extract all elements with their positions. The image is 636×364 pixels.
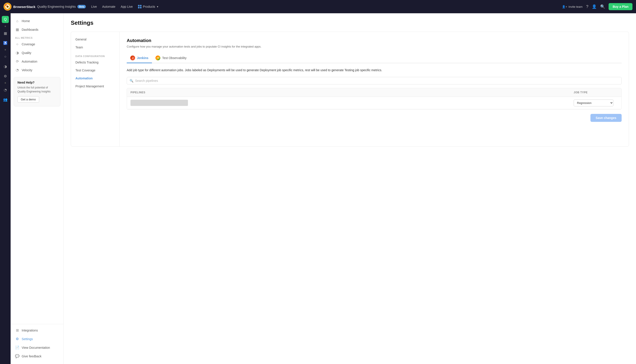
settings-sidebar: General Team Data configuration Defects … [71, 32, 120, 146]
svg-point-5 [8, 8, 10, 8]
rail-item-circle[interactable]: ○ [2, 53, 9, 60]
search-icon[interactable]: 🔍 [600, 4, 605, 9]
settings-nav-project-mgmt[interactable]: Project Management [71, 82, 120, 90]
nav-automate[interactable]: Automate [102, 5, 116, 8]
integrations-icon: ⊞ [15, 328, 20, 332]
sidebar-item-quality[interactable]: ◑ Quality [10, 48, 64, 57]
sidebar-bottom: ⊞ Integrations ⚙ Settings 📄 View Documen… [10, 324, 64, 360]
sidebar-item-quality-label: Quality [22, 51, 32, 54]
settings-data-config-label: Data configuration [71, 51, 120, 58]
sidebar-item-dashboards[interactable]: ▦ Dashboards [10, 25, 64, 34]
docs-icon: 📄 [15, 346, 20, 350]
automation-body-desc: Add job type for different automation jo… [127, 68, 622, 72]
sidebar-item-integrations-label: Integrations [22, 328, 38, 332]
save-changes-row: Save changes [127, 114, 622, 122]
rail-item-team[interactable]: 👥 [2, 96, 9, 103]
sidebar-item-settings[interactable]: ⚙ Settings [10, 334, 64, 343]
sidebar: ⌂ Home ▦ Dashboards All metrics ○ Covera… [10, 13, 64, 364]
settings-nav-automation[interactable]: Automation [71, 74, 120, 82]
settings-nav-general[interactable]: General [71, 36, 120, 43]
main-content: Settings General Team Data configuration… [64, 13, 636, 364]
page-title: Settings [71, 20, 629, 26]
sidebar-item-view-docs[interactable]: 📄 View Documentation [10, 343, 64, 352]
sidebar-item-integrations[interactable]: ⊞ Integrations [10, 326, 64, 334]
feedback-icon: 💬 [15, 354, 20, 358]
get-demo-button[interactable]: Get a demo [18, 96, 39, 102]
rail-dot-2 [5, 49, 6, 50]
rail-dot [5, 26, 6, 27]
settings-content: Automation Configure how you manage your… [120, 32, 629, 146]
rail-item-settings[interactable]: ⚙ [2, 72, 9, 80]
settings-nav-test-coverage[interactable]: Test Coverage [71, 66, 120, 74]
buy-plan-button[interactable]: Buy a Plan [608, 3, 632, 10]
pipelines-column-header: PIPELINES [130, 91, 574, 94]
rail-item-app[interactable]: Q [2, 16, 9, 23]
settings-nav-defects[interactable]: Defects Tracking [71, 58, 120, 66]
svg-point-3 [7, 6, 8, 7]
logo[interactable]: BrowserStack Quality Engineering Insight… [4, 3, 86, 10]
rail-dot-3 [5, 82, 6, 84]
sidebar-item-settings-label: Settings [22, 337, 33, 341]
test-observability-avatar: TO [156, 56, 160, 60]
products-grid-icon [138, 5, 142, 8]
sidebar-item-home[interactable]: ⌂ Home [10, 17, 64, 25]
settings-nav-team[interactable]: Team [71, 43, 120, 51]
pipeline-name-placeholder [130, 100, 188, 106]
pipeline-table: PIPELINES JOB TYPE Regression Deployment… [127, 88, 622, 110]
nav-live[interactable]: Live [91, 5, 97, 8]
job-type-cell[interactable]: Regression Deployment Testing [574, 100, 618, 106]
rail-item-dashboard[interactable]: ▦ [2, 30, 9, 37]
products-dropdown[interactable]: Products ▼ [138, 5, 158, 8]
sidebar-section-all-metrics: All metrics [10, 34, 64, 40]
product-name: Quality Engineering Insights [37, 5, 76, 8]
tab-jenkins-label: Jenkins [137, 56, 148, 60]
pipeline-search-input[interactable] [135, 79, 619, 82]
user-avatar-icon[interactable]: 👤 [592, 4, 597, 9]
beta-badge: Beta [78, 5, 86, 8]
brand-name: BrowserStack [13, 5, 36, 8]
sidebar-item-velocity-label: Velocity [22, 68, 32, 72]
sidebar-item-automation[interactable]: ⟳ Automation [10, 57, 64, 66]
home-icon: ⌂ [15, 19, 20, 23]
quality-icon: ◑ [15, 51, 20, 55]
automation-description: Configure how you manage your automation… [127, 44, 622, 49]
invite-team-icon: 👤+ [562, 5, 567, 8]
job-type-select[interactable]: Regression Deployment Testing [574, 100, 614, 106]
pipeline-table-header: PIPELINES JOB TYPE [127, 88, 622, 97]
top-navigation: BrowserStack Quality Engineering Insight… [0, 0, 636, 13]
browserstack-logo-icon [4, 3, 12, 10]
job-type-column-header: JOB TYPE [574, 91, 618, 94]
sidebar-item-coverage[interactable]: ○ Coverage [10, 40, 64, 48]
icon-rail: Q ▦ ♿ ○ ◑ ⚙ ◔ 👥 [0, 13, 10, 364]
rail-item-velocity[interactable]: ◔ [2, 86, 9, 93]
save-changes-button[interactable]: Save changes [590, 114, 622, 122]
pipeline-search-icon: 🔍 [130, 79, 133, 82]
pipeline-search-container[interactable]: 🔍 [127, 77, 622, 84]
sidebar-item-give-feedback[interactable]: 💬 Give feedback [10, 352, 64, 360]
help-card-title: Need Help? [18, 81, 56, 84]
products-label: Products [143, 5, 155, 8]
help-icon[interactable]: ? [586, 4, 588, 9]
coverage-icon: ○ [15, 42, 20, 46]
sidebar-item-dashboards-label: Dashboards [22, 28, 38, 32]
dashboard-icon: ▦ [15, 28, 20, 32]
svg-point-4 [5, 4, 7, 6]
velocity-icon: ◔ [15, 68, 20, 72]
sidebar-item-docs-label: View Documentation [22, 346, 50, 350]
sidebar-item-velocity[interactable]: ◔ Velocity [10, 66, 64, 74]
nav-app-live[interactable]: App Live [121, 5, 133, 8]
settings-icon: ⚙ [15, 337, 20, 341]
nav-links: Live Automate App Live Products ▼ [91, 5, 158, 8]
invite-team-label: Invite team [568, 5, 583, 8]
tab-jenkins[interactable]: J Jenkins [127, 53, 152, 63]
rail-item-accessibility[interactable]: ♿ [2, 39, 9, 46]
rail-item-chart[interactable]: ◑ [2, 63, 9, 70]
tab-test-observability[interactable]: TO Test Observability [152, 53, 190, 63]
settings-layout: General Team Data configuration Defects … [71, 32, 629, 146]
top-nav-right: 👤+ Invite team ? 👤 🔍 Buy a Plan [562, 3, 632, 10]
automation-icon: ⟳ [15, 59, 20, 64]
sidebar-nav: ⌂ Home ▦ Dashboards All metrics ○ Covera… [10, 17, 64, 324]
automation-title: Automation [127, 38, 622, 43]
tab-test-observability-label: Test Observability [162, 56, 186, 60]
invite-team-button[interactable]: 👤+ Invite team [562, 5, 582, 8]
